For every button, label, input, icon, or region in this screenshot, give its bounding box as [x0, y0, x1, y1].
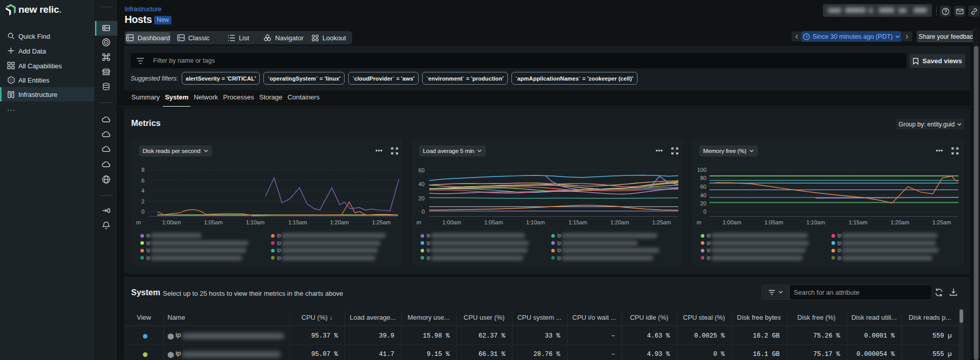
- svg-text:1:20am: 1:20am: [330, 219, 349, 225]
- svg-text:1:20am: 1:20am: [890, 219, 909, 225]
- svg-text:1:25am: 1:25am: [932, 219, 951, 225]
- svg-text:1:00am: 1:00am: [442, 219, 461, 225]
- svg-text:40: 40: [700, 192, 706, 198]
- svg-text:1:05am: 1:05am: [204, 219, 223, 225]
- svg-text:0: 0: [421, 209, 424, 215]
- svg-text:8: 8: [141, 167, 144, 173]
- svg-text:1:15am: 1:15am: [568, 219, 587, 225]
- svg-text:1:15am: 1:15am: [848, 219, 867, 225]
- svg-text:1:00am: 1:00am: [722, 219, 741, 225]
- svg-text:1:00am: 1:00am: [162, 219, 181, 225]
- svg-text:60: 60: [700, 184, 706, 190]
- svg-text:20: 20: [418, 195, 424, 201]
- svg-text:1:25am: 1:25am: [372, 219, 390, 225]
- svg-text:0: 0: [141, 209, 144, 215]
- svg-text:1:10am: 1:10am: [246, 219, 264, 225]
- svg-text:60: 60: [418, 167, 424, 173]
- svg-text:1:10am: 1:10am: [806, 219, 825, 225]
- svg-text:m: m: [696, 219, 701, 225]
- svg-text:1:25am: 1:25am: [652, 219, 671, 225]
- svg-text:1:05am: 1:05am: [484, 219, 503, 225]
- svg-text:1:05am: 1:05am: [764, 219, 783, 225]
- svg-text:2: 2: [141, 198, 144, 204]
- svg-text:1:20am: 1:20am: [610, 219, 629, 225]
- svg-text:40: 40: [418, 181, 424, 187]
- svg-text:m: m: [416, 219, 421, 225]
- svg-text:20: 20: [700, 200, 706, 207]
- svg-text:6: 6: [141, 177, 144, 184]
- svg-text:m: m: [136, 219, 140, 225]
- svg-text:1:15am: 1:15am: [288, 219, 307, 225]
- svg-text:100: 100: [697, 167, 706, 173]
- svg-text:80: 80: [700, 175, 706, 181]
- svg-text:0: 0: [703, 209, 706, 215]
- svg-text:4: 4: [141, 188, 144, 194]
- svg-text:1:10am: 1:10am: [526, 219, 545, 225]
